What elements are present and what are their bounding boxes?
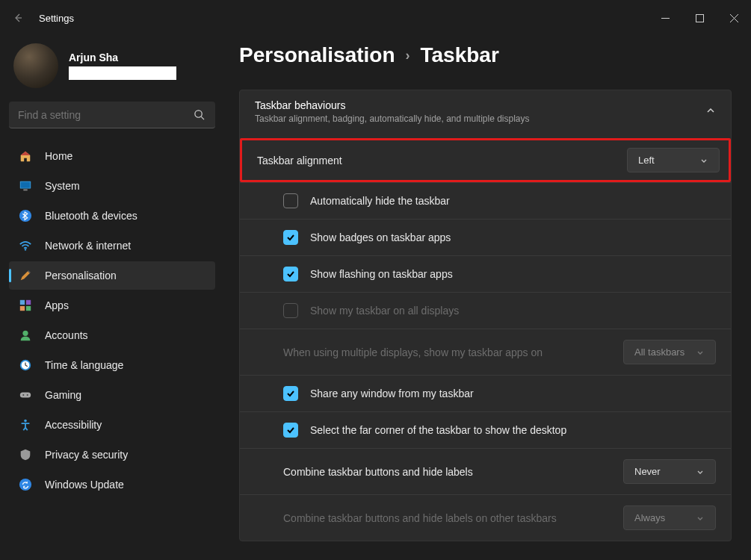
- search-input[interactable]: [18, 109, 191, 121]
- maximize-button[interactable]: [682, 6, 717, 30]
- checkbox[interactable]: [283, 267, 298, 281]
- svg-rect-10: [26, 306, 31, 311]
- gaming-icon: [18, 388, 33, 402]
- system-icon: [18, 178, 33, 193]
- svg-rect-9: [20, 306, 25, 311]
- nav-label: System: [45, 180, 80, 192]
- nav-gaming[interactable]: Gaming: [9, 381, 215, 409]
- row-badges[interactable]: Show badges on taskbar apps: [240, 219, 731, 255]
- profile-block[interactable]: Arjun Sha: [9, 39, 215, 102]
- clock-icon: [18, 358, 33, 373]
- chevron-down-icon: [696, 467, 705, 476]
- card-subtitle: Taskbar alignment, badging, automaticall…: [255, 113, 530, 124]
- svg-point-11: [22, 331, 28, 336]
- card-title: Taskbar behaviours: [255, 99, 530, 111]
- svg-rect-14: [20, 392, 31, 397]
- bluetooth-icon: [18, 208, 33, 223]
- multi-select: All taskbars: [623, 340, 716, 364]
- nav-personalisation[interactable]: Personalisation: [9, 261, 215, 290]
- breadcrumb: Personalisation › Taskbar: [239, 43, 732, 67]
- setting-label: Show my taskbar on all displays: [310, 305, 459, 317]
- row-combine-labels: Combine taskbar buttons and hide labels …: [240, 448, 731, 494]
- nav-accessibility[interactable]: Accessibility: [9, 411, 215, 439]
- chevron-right-icon: ›: [406, 48, 410, 63]
- taskbar-behaviours-card: Taskbar behaviours Taskbar alignment, ba…: [239, 90, 732, 541]
- combine-select[interactable]: Never: [623, 459, 716, 484]
- checkbox[interactable]: [283, 193, 298, 208]
- nav-network[interactable]: Network & internet: [9, 231, 215, 260]
- select-value: Never: [634, 466, 696, 477]
- svg-point-16: [27, 394, 28, 396]
- back-button[interactable]: [0, 12, 36, 24]
- close-button[interactable]: [717, 6, 751, 30]
- apps-icon: [18, 298, 33, 313]
- nav-apps[interactable]: Apps: [9, 291, 215, 320]
- checkbox[interactable]: [283, 230, 298, 245]
- wifi-icon: [18, 238, 33, 253]
- setting-label: When using multiple displays, show my ta…: [283, 346, 543, 358]
- row-auto-hide[interactable]: Automatically hide the taskbar: [240, 182, 731, 219]
- row-multi-displays: When using multiple displays, show my ta…: [240, 329, 731, 375]
- row-all-displays: Show my taskbar on all displays: [240, 292, 731, 329]
- search-box[interactable]: [9, 102, 215, 128]
- checkbox: [283, 303, 298, 318]
- nav-label: Accessibility: [45, 419, 102, 431]
- nav-time[interactable]: Time & language: [9, 351, 215, 379]
- home-icon: [18, 149, 33, 164]
- setting-label: Share any window from my taskbar: [310, 388, 474, 399]
- row-taskbar-alignment: Taskbar alignment Left: [240, 138, 731, 182]
- nav-label: Personalisation: [45, 270, 117, 281]
- svg-rect-8: [26, 300, 31, 305]
- nav-label: Privacy & security: [45, 449, 128, 461]
- nav-label: Bluetooth & devices: [45, 210, 137, 222]
- minimize-button[interactable]: [648, 6, 682, 30]
- breadcrumb-parent[interactable]: Personalisation: [239, 43, 395, 67]
- chevron-down-icon: [699, 156, 708, 165]
- avatar: [13, 43, 58, 88]
- nav-update[interactable]: Windows Update: [9, 470, 215, 499]
- nav-label: Network & internet: [45, 240, 131, 252]
- search-icon: [191, 108, 206, 122]
- setting-label: Automatically hide the taskbar: [310, 195, 450, 207]
- svg-point-15: [22, 394, 24, 396]
- window-title: Settings: [39, 13, 74, 24]
- nav-home[interactable]: Home: [9, 142, 215, 170]
- nav-system[interactable]: System: [9, 172, 215, 200]
- accessibility-icon: [18, 417, 33, 432]
- card-header[interactable]: Taskbar behaviours Taskbar alignment, ba…: [240, 90, 731, 134]
- nav-label: Apps: [45, 299, 69, 311]
- nav-bluetooth[interactable]: Bluetooth & devices: [9, 202, 215, 230]
- row-flashing[interactable]: Show flashing on taskbar apps: [240, 255, 731, 292]
- combine-other-select: Always: [623, 505, 716, 530]
- chevron-down-icon: [696, 514, 705, 523]
- chevron-down-icon: [696, 348, 705, 357]
- checkbox[interactable]: [283, 386, 298, 401]
- nav-label: Gaming: [45, 389, 81, 401]
- svg-point-1: [194, 111, 201, 117]
- chevron-up-icon: [705, 105, 716, 119]
- update-icon: [18, 477, 33, 492]
- svg-point-17: [24, 420, 27, 423]
- svg-rect-0: [696, 14, 703, 22]
- setting-label: Taskbar alignment: [257, 155, 342, 167]
- svg-rect-7: [20, 300, 25, 305]
- nav-label: Time & language: [45, 359, 123, 371]
- svg-rect-3: [21, 182, 31, 188]
- shield-icon: [18, 447, 33, 462]
- setting-label: Combine taskbar buttons and hide labels …: [283, 512, 557, 524]
- select-value: Always: [634, 512, 696, 523]
- setting-label: Show badges on taskbar apps: [310, 231, 451, 243]
- alignment-select[interactable]: Left: [627, 148, 720, 172]
- profile-email: [69, 66, 176, 80]
- nav-privacy[interactable]: Privacy & security: [9, 441, 215, 469]
- setting-label: Combine taskbar buttons and hide labels: [283, 466, 473, 478]
- row-far-corner[interactable]: Select the far corner of the taskbar to …: [240, 411, 731, 448]
- paint-icon: [18, 268, 33, 283]
- row-share-window[interactable]: Share any window from my taskbar: [240, 375, 731, 411]
- checkbox[interactable]: [283, 423, 298, 438]
- svg-point-6: [25, 249, 26, 250]
- nav-accounts[interactable]: Accounts: [9, 321, 215, 349]
- svg-point-18: [19, 479, 31, 491]
- person-icon: [18, 328, 33, 343]
- select-value: Left: [638, 155, 699, 166]
